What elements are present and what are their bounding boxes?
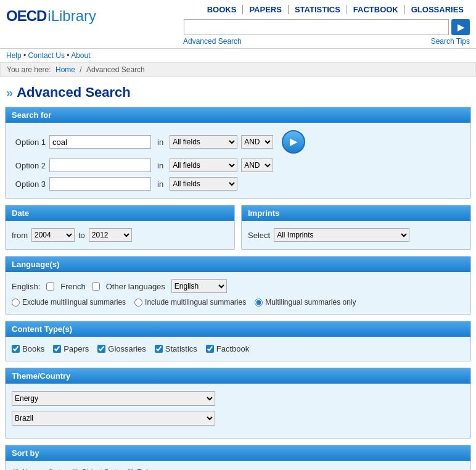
french-checkbox[interactable] (92, 282, 100, 291)
about-link[interactable]: About (71, 51, 90, 60)
imprints-select-label: Select (248, 231, 270, 240)
theme-select[interactable]: EnergyAgricultureDevelopmentEducationEnv… (12, 391, 215, 406)
search-icon: ▶ (458, 22, 464, 32)
books-checkbox[interactable] (12, 345, 20, 353)
in-label3: in (157, 179, 163, 189)
op1-select[interactable]: ANDORNOT (241, 135, 273, 149)
other-lang-label: Other languages (106, 282, 165, 291)
field3-select[interactable]: All fieldsTitleAuthorAbstract (170, 177, 237, 191)
english-label: English: (12, 282, 40, 291)
header-nav: BOOKS PAPERS STATISTICS FACTBOOK GLOSSAR… (120, 5, 470, 46)
from-label: from (12, 231, 28, 240)
statistics-checkbox-label[interactable]: Statistics (155, 344, 197, 353)
field2-select[interactable]: All fieldsTitleAuthorAbstract (170, 159, 237, 172)
include-radio[interactable] (134, 299, 142, 307)
breadcrumb-home[interactable]: Home (55, 65, 75, 74)
page-title-arrows: » (6, 86, 13, 100)
logo: OECD iLibrary (6, 5, 120, 25)
search-input[interactable] (184, 19, 449, 35)
french-label: French (60, 282, 85, 291)
content-types-section: Content Type(s) Books Papers Glossaries … (5, 321, 471, 361)
glossaries-checkbox[interactable] (97, 345, 105, 353)
exclude-label-text: Exclude multilingual summaries (22, 298, 126, 307)
papers-label: Papers (64, 344, 89, 353)
only-radio-label[interactable]: Multilingual summaries only (255, 298, 356, 307)
imprints-select[interactable]: All ImprintsOECDIEANEAITFPISA (274, 228, 409, 242)
option2-label: Option 2 (12, 161, 46, 170)
content-types-row: Books Papers Glossaries Statistics Factb… (12, 344, 464, 353)
search-for-body: Option 1 in All fieldsTitleAuthorAbstrac… (6, 123, 470, 198)
date-imprints-row: Date from 200420002001200220032005200620… (5, 205, 471, 250)
logo-ilib: iLibrary (47, 7, 96, 25)
help-separator1: • (23, 51, 28, 60)
date-body: from 20042000200120022003200520062007200… (6, 221, 234, 249)
search-button[interactable]: ▶ (451, 19, 470, 35)
in-label1: in (157, 138, 163, 147)
page-title-area: » Advanced Search (0, 81, 476, 107)
option1-input[interactable] (49, 135, 151, 149)
search-for-section: Search for Option 1 in All fieldsTitleAu… (5, 107, 471, 199)
imprints-body: Select All ImprintsOECDIEANEAITFPISA (242, 221, 470, 249)
to-label: to (78, 231, 85, 240)
in-label2: in (157, 161, 163, 170)
option2-input[interactable] (49, 159, 151, 172)
sort-by-header: Sort by (6, 445, 470, 461)
factbook-checkbox-label[interactable]: Factbook (206, 344, 249, 353)
other-lang-select[interactable]: EnglishFrenchGermanSpanish (171, 279, 227, 293)
books-checkbox-label[interactable]: Books (12, 344, 44, 353)
sort-by-body: Newest first Oldest first Relevance (6, 461, 470, 470)
include-radio-label[interactable]: Include multilingual summaries (134, 298, 246, 307)
include-label-text: Include multilingual summaries (145, 298, 246, 307)
only-label-text: Multilingual summaries only (265, 298, 356, 307)
help-bar: Help • Contact Us • About (0, 49, 476, 62)
date-section: Date from 200420002001200220032005200620… (5, 205, 235, 250)
search-option3-row: Option 3 in All fieldsTitleAuthorAbstrac… (12, 177, 464, 191)
help-link[interactable]: Help (6, 51, 22, 60)
exclude-radio[interactable] (12, 299, 20, 307)
search-tips-link[interactable]: Search Tips (431, 37, 470, 46)
contact-us-link[interactable]: Contact Us (28, 51, 65, 60)
exclude-radio-label[interactable]: Exclude multilingual summaries (12, 298, 126, 307)
imprints-section: Imprints Select All ImprintsOECDIEANEAIT… (241, 205, 471, 250)
advanced-search-link[interactable]: Advanced Search (183, 37, 242, 46)
books-label: Books (22, 344, 44, 353)
content-types-body: Books Papers Glossaries Statistics Factb… (6, 337, 470, 361)
search-row: ▶ (184, 19, 470, 35)
nav-glossaries[interactable]: GLOSSARIES (405, 5, 470, 14)
option3-label: Option 3 (12, 179, 46, 189)
theme-header: Theme/Country (6, 368, 470, 384)
languages-body: English: French Other languages EnglishF… (6, 272, 470, 314)
english-checkbox[interactable] (46, 282, 54, 291)
factbook-label: Factbook (216, 344, 249, 353)
languages-header: Language(s) (6, 257, 470, 272)
breadcrumb-current: Advanced Search (86, 65, 145, 74)
sort-by-section: Sort by Newest first Oldest first Releva… (5, 445, 471, 470)
glossaries-checkbox-label[interactable]: Glossaries (97, 344, 146, 353)
glossaries-label: Glossaries (108, 344, 146, 353)
breadcrumb-prefix: You are here: (7, 65, 51, 74)
nav-bar: BOOKS PAPERS STATISTICS FACTBOOK GLOSSAR… (201, 5, 470, 14)
theme-body: EnergyAgricultureDevelopmentEducationEnv… (6, 384, 470, 438)
country-select[interactable]: BrazilArgentinaAustraliaCanadaChinaFranc… (12, 411, 215, 426)
theme-section: Theme/Country EnergyAgricultureDevelopme… (5, 368, 471, 439)
nav-statistics[interactable]: STATISTICS (289, 5, 347, 14)
from-year-select[interactable]: 2004200020012002200320052006200720082009… (31, 228, 75, 242)
papers-checkbox[interactable] (53, 345, 61, 353)
nav-papers[interactable]: PAPERS (243, 5, 289, 14)
op2-select[interactable]: ANDORNOT (241, 159, 273, 172)
option3-input[interactable] (49, 177, 151, 191)
nav-factbook[interactable]: FACTBOOK (347, 5, 405, 14)
papers-checkbox-label[interactable]: Papers (53, 344, 89, 353)
to-year-select[interactable]: 2012200020012002200320042005200620072008… (89, 228, 132, 242)
search-option1-row: Option 1 in All fieldsTitleAuthorAbstrac… (12, 130, 464, 154)
field1-select[interactable]: All fieldsTitleAuthorAbstract (170, 135, 237, 149)
search-go-button[interactable]: ▶ (282, 130, 305, 154)
lang-row1: English: French Other languages EnglishF… (12, 279, 464, 293)
nav-books[interactable]: BOOKS (201, 5, 244, 14)
breadcrumb: You are here: Home / Advanced Search (0, 62, 476, 77)
only-radio[interactable] (255, 299, 263, 307)
factbook-checkbox[interactable] (206, 345, 214, 353)
option1-label: Option 1 (12, 138, 46, 147)
statistics-checkbox[interactable] (155, 345, 163, 353)
go-icon: ▶ (290, 136, 297, 147)
